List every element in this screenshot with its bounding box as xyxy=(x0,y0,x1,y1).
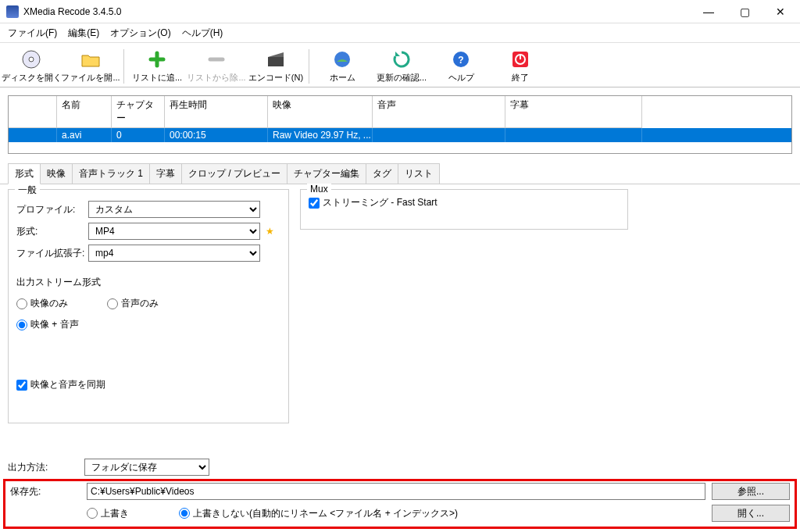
format-select[interactable]: MP4 xyxy=(88,223,260,240)
tab-tag[interactable]: タグ xyxy=(366,163,398,184)
star-icon[interactable]: ★ xyxy=(262,223,277,239)
svg-text:?: ? xyxy=(458,55,463,66)
clapper-icon xyxy=(265,48,287,70)
power-icon xyxy=(509,48,531,70)
minimize-button[interactable]: — xyxy=(691,0,727,23)
video-audio-radio[interactable]: 映像 + 音声 xyxy=(16,318,280,331)
add-list-button[interactable]: リストに追... xyxy=(127,45,187,84)
stream-legend: 出力ストリーム形式 xyxy=(16,276,280,289)
td-blank xyxy=(9,128,57,142)
close-button[interactable]: ✕ xyxy=(762,0,798,23)
menu-edit[interactable]: 編集(E) xyxy=(63,25,104,41)
ext-label: ファイル拡張子: xyxy=(16,247,88,260)
td-subtitle xyxy=(505,128,642,142)
refresh-icon xyxy=(391,48,412,70)
folder-open-icon xyxy=(80,48,102,70)
table-row[interactable]: a.avi 0 00:00:15 Raw Video 29.97 Hz, ... xyxy=(9,128,791,142)
dest-path-input[interactable] xyxy=(87,483,705,500)
general-legend: 一般 xyxy=(15,184,40,197)
home-button[interactable]: ホーム xyxy=(312,45,372,84)
file-table[interactable]: 名前 チャプター 再生時間 映像 音声 字幕 a.avi 0 00:00:15 … xyxy=(8,95,792,154)
svg-point-1 xyxy=(29,57,34,62)
format-panel: 一般 プロファイル: カスタム 形式: MP4 ★ ファイル拡張子: mp4 出… xyxy=(0,184,800,431)
encode-button[interactable]: エンコード(N) xyxy=(246,45,305,84)
th-blank[interactable] xyxy=(9,96,57,128)
app-icon xyxy=(6,5,19,18)
separator xyxy=(309,49,309,84)
overwrite-radio[interactable]: 上書き xyxy=(87,507,173,520)
remove-list-button: リストから除... xyxy=(187,45,246,84)
ext-select[interactable]: mp4 xyxy=(88,245,260,262)
tab-crop[interactable]: クロップ / プレビュー xyxy=(181,163,288,184)
menu-options[interactable]: オプション(O) xyxy=(105,25,175,41)
td-name: a.avi xyxy=(57,128,112,142)
th-chapter[interactable]: チャプター xyxy=(112,96,165,128)
format-label: 形式: xyxy=(16,225,88,238)
td-audio xyxy=(373,128,505,142)
globe-icon xyxy=(331,48,353,70)
open-disc-button[interactable]: ディスクを開く xyxy=(2,45,61,84)
tab-video[interactable]: 映像 xyxy=(40,163,73,184)
highlighted-area: 保存先: 参照... 上書き 上書きしない(自動的にリネーム <ファイル名 + … xyxy=(3,479,797,529)
tab-subtitle[interactable]: 字幕 xyxy=(149,163,182,184)
sync-check[interactable]: 映像と音声を同期 xyxy=(16,378,280,391)
help-icon: ? xyxy=(450,48,472,70)
mux-fieldset: Mux ストリーミング - Fast Start xyxy=(300,189,628,230)
minus-icon xyxy=(205,48,227,70)
window-title: XMedia Recode 3.4.5.0 xyxy=(23,6,691,17)
mux-legend: Mux xyxy=(307,184,331,195)
menu-help[interactable]: ヘルプ(H) xyxy=(177,25,228,41)
th-playtime[interactable]: 再生時間 xyxy=(165,96,268,128)
open-file-button[interactable]: ファイルを開... xyxy=(61,45,120,84)
help-button[interactable]: ? ヘルプ xyxy=(431,45,491,84)
toolbar: ディスクを開く ファイルを開... リストに追... リストから除... エンコ… xyxy=(0,42,800,87)
output-method-select[interactable]: フォルダに保存 xyxy=(84,459,209,476)
tab-format[interactable]: 形式 xyxy=(8,163,41,184)
disc-icon xyxy=(20,48,42,70)
menu-file[interactable]: ファイル(F) xyxy=(3,25,62,41)
output-method-label: 出力方法: xyxy=(8,461,78,474)
separator xyxy=(123,49,124,84)
tab-chapter[interactable]: チャプター編集 xyxy=(287,163,366,184)
tab-bar: 形式 映像 音声トラック 1 字幕 クロップ / プレビュー チャプター編集 タ… xyxy=(0,157,800,184)
tab-list[interactable]: リスト xyxy=(398,163,440,184)
tab-audio-track[interactable]: 音声トラック 1 xyxy=(72,163,150,184)
titlebar: XMedia Recode 3.4.5.0 — ▢ ✕ xyxy=(0,0,800,23)
th-subtitle[interactable]: 字幕 xyxy=(505,96,642,128)
plus-icon xyxy=(146,48,168,70)
td-video: Raw Video 29.97 Hz, ... xyxy=(268,128,373,142)
quit-button[interactable]: 終了 xyxy=(491,45,550,84)
th-video[interactable]: 映像 xyxy=(268,96,373,128)
maximize-button[interactable]: ▢ xyxy=(727,0,762,23)
output-area: 出力方法: フォルダに保存 保存先: 参照... 上書き 上書きしない(自動的に… xyxy=(0,455,800,532)
td-playtime: 00:00:15 xyxy=(165,128,268,142)
streaming-check[interactable]: ストリーミング - Fast Start xyxy=(309,196,620,209)
file-table-area: 名前 チャプター 再生時間 映像 音声 字幕 a.avi 0 00:00:15 … xyxy=(0,87,800,157)
table-header: 名前 チャプター 再生時間 映像 音声 字幕 xyxy=(9,96,791,128)
svg-rect-2 xyxy=(268,57,284,66)
dest-label: 保存先: xyxy=(10,485,80,498)
profile-select[interactable]: カスタム xyxy=(88,201,260,218)
no-overwrite-radio[interactable]: 上書きしない(自動的にリネーム <ファイル名 + インデックス>) xyxy=(179,507,705,520)
profile-label: プロファイル: xyxy=(16,203,88,216)
general-fieldset: 一般 プロファイル: カスタム 形式: MP4 ★ ファイル拡張子: mp4 出… xyxy=(8,189,289,423)
audio-only-radio[interactable]: 音声のみ xyxy=(107,297,159,310)
menubar: ファイル(F) 編集(E) オプション(O) ヘルプ(H) xyxy=(0,23,800,42)
check-update-button[interactable]: 更新の確認... xyxy=(372,45,431,84)
video-only-radio[interactable]: 映像のみ xyxy=(16,297,68,310)
td-chapter: 0 xyxy=(112,128,165,142)
th-audio[interactable]: 音声 xyxy=(373,96,505,128)
browse-button[interactable]: 参照... xyxy=(712,483,790,500)
open-button[interactable]: 開く... xyxy=(712,505,790,522)
th-name[interactable]: 名前 xyxy=(57,96,112,128)
